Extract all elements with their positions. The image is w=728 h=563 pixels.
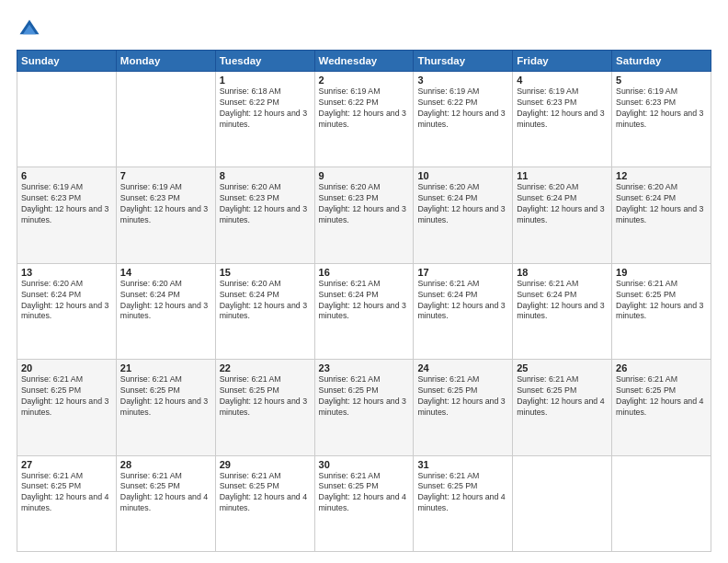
day-number: 9 [319,170,410,181]
calendar-header-row: SundayMondayTuesdayWednesdayThursdayFrid… [17,51,711,72]
calendar-cell: 11Sunrise: 6:20 AM Sunset: 6:24 PM Dayli… [513,167,612,263]
day-info: Sunrise: 6:19 AM Sunset: 6:22 PM Dayligh… [417,86,508,131]
day-number: 25 [517,362,608,373]
calendar-cell [116,72,215,167]
calendar-week-row: 13Sunrise: 6:20 AM Sunset: 6:24 PM Dayli… [17,263,711,359]
day-info: Sunrise: 6:20 AM Sunset: 6:23 PM Dayligh… [220,182,311,226]
day-info: Sunrise: 6:20 AM Sunset: 6:24 PM Dayligh… [616,182,707,226]
calendar-cell: 31Sunrise: 6:21 AM Sunset: 6:25 PM Dayli… [414,455,513,551]
calendar-cell [17,72,117,167]
day-number: 23 [319,362,410,373]
day-number: 6 [21,170,112,181]
calendar-cell: 26Sunrise: 6:21 AM Sunset: 6:25 PM Dayli… [612,360,711,455]
calendar-cell: 8Sunrise: 6:20 AM Sunset: 6:23 PM Daylig… [215,167,314,263]
day-info: Sunrise: 6:19 AM Sunset: 6:23 PM Dayligh… [120,182,211,226]
day-number: 26 [616,362,707,373]
header-tuesday: Tuesday [215,51,314,72]
day-number: 16 [319,267,410,278]
day-info: Sunrise: 6:18 AM Sunset: 6:22 PM Dayligh… [220,86,311,131]
header-monday: Monday [116,51,215,72]
day-info: Sunrise: 6:19 AM Sunset: 6:23 PM Dayligh… [616,86,707,131]
calendar-cell [513,455,612,551]
calendar-week-row: 6Sunrise: 6:19 AM Sunset: 6:23 PM Daylig… [17,167,711,263]
day-number: 29 [220,459,311,470]
calendar-cell: 15Sunrise: 6:20 AM Sunset: 6:24 PM Dayli… [215,263,314,359]
day-number: 5 [616,75,707,86]
day-info: Sunrise: 6:20 AM Sunset: 6:24 PM Dayligh… [220,279,311,323]
day-info: Sunrise: 6:21 AM Sunset: 6:25 PM Dayligh… [319,374,410,419]
day-info: Sunrise: 6:21 AM Sunset: 6:25 PM Dayligh… [21,374,112,419]
day-info: Sunrise: 6:21 AM Sunset: 6:25 PM Dayligh… [319,471,410,515]
calendar-cell: 13Sunrise: 6:20 AM Sunset: 6:24 PM Dayli… [17,263,117,359]
day-number: 14 [120,267,211,278]
day-number: 13 [21,267,112,278]
day-info: Sunrise: 6:21 AM Sunset: 6:25 PM Dayligh… [417,471,508,515]
calendar-cell: 29Sunrise: 6:21 AM Sunset: 6:25 PM Dayli… [215,455,314,551]
day-number: 21 [120,362,211,373]
day-info: Sunrise: 6:19 AM Sunset: 6:23 PM Dayligh… [517,86,608,131]
day-number: 18 [517,267,608,278]
day-number: 30 [319,459,410,470]
calendar-cell: 25Sunrise: 6:21 AM Sunset: 6:25 PM Dayli… [513,360,612,455]
logo-icon [17,17,42,42]
page: SundayMondayTuesdayWednesdayThursdayFrid… [0,0,728,563]
day-number: 15 [220,267,311,278]
day-number: 22 [220,362,311,373]
calendar-cell: 10Sunrise: 6:20 AM Sunset: 6:24 PM Dayli… [414,167,513,263]
calendar-cell: 17Sunrise: 6:21 AM Sunset: 6:24 PM Dayli… [414,263,513,359]
day-info: Sunrise: 6:21 AM Sunset: 6:25 PM Dayligh… [616,374,707,419]
calendar-cell: 6Sunrise: 6:19 AM Sunset: 6:23 PM Daylig… [17,167,117,263]
day-info: Sunrise: 6:20 AM Sunset: 6:24 PM Dayligh… [517,182,608,226]
day-number: 31 [417,459,508,470]
day-info: Sunrise: 6:21 AM Sunset: 6:25 PM Dayligh… [616,279,707,323]
day-info: Sunrise: 6:19 AM Sunset: 6:22 PM Dayligh… [319,86,410,131]
day-info: Sunrise: 6:21 AM Sunset: 6:24 PM Dayligh… [417,279,508,323]
day-number: 28 [120,459,211,470]
calendar-cell: 5Sunrise: 6:19 AM Sunset: 6:23 PM Daylig… [612,72,711,167]
header-friday: Friday [513,51,612,72]
calendar-cell: 14Sunrise: 6:20 AM Sunset: 6:24 PM Dayli… [116,263,215,359]
day-info: Sunrise: 6:20 AM Sunset: 6:24 PM Dayligh… [21,279,112,323]
calendar-cell: 9Sunrise: 6:20 AM Sunset: 6:23 PM Daylig… [314,167,414,263]
header [17,17,711,42]
day-number: 12 [616,170,707,181]
day-info: Sunrise: 6:21 AM Sunset: 6:24 PM Dayligh… [517,279,608,323]
calendar-table: SundayMondayTuesdayWednesdayThursdayFrid… [17,50,711,552]
day-info: Sunrise: 6:21 AM Sunset: 6:25 PM Dayligh… [21,471,112,515]
day-number: 2 [319,75,410,86]
calendar-week-row: 27Sunrise: 6:21 AM Sunset: 6:25 PM Dayli… [17,455,711,551]
calendar-cell: 21Sunrise: 6:21 AM Sunset: 6:25 PM Dayli… [116,360,215,455]
day-info: Sunrise: 6:20 AM Sunset: 6:23 PM Dayligh… [319,182,410,226]
day-info: Sunrise: 6:21 AM Sunset: 6:25 PM Dayligh… [220,374,311,419]
day-number: 24 [417,362,508,373]
day-info: Sunrise: 6:20 AM Sunset: 6:24 PM Dayligh… [417,182,508,226]
day-number: 7 [120,170,211,181]
calendar-cell [612,455,711,551]
calendar-cell: 27Sunrise: 6:21 AM Sunset: 6:25 PM Dayli… [17,455,117,551]
calendar-cell: 20Sunrise: 6:21 AM Sunset: 6:25 PM Dayli… [17,360,117,455]
calendar-cell: 24Sunrise: 6:21 AM Sunset: 6:25 PM Dayli… [414,360,513,455]
day-number: 11 [517,170,608,181]
calendar-cell: 18Sunrise: 6:21 AM Sunset: 6:24 PM Dayli… [513,263,612,359]
calendar-cell: 3Sunrise: 6:19 AM Sunset: 6:22 PM Daylig… [414,72,513,167]
day-info: Sunrise: 6:20 AM Sunset: 6:24 PM Dayligh… [120,279,211,323]
header-sunday: Sunday [17,51,117,72]
day-number: 19 [616,267,707,278]
logo [17,17,46,42]
calendar-cell: 12Sunrise: 6:20 AM Sunset: 6:24 PM Dayli… [612,167,711,263]
calendar-cell: 1Sunrise: 6:18 AM Sunset: 6:22 PM Daylig… [215,72,314,167]
calendar-cell: 4Sunrise: 6:19 AM Sunset: 6:23 PM Daylig… [513,72,612,167]
calendar-cell: 23Sunrise: 6:21 AM Sunset: 6:25 PM Dayli… [314,360,414,455]
day-number: 3 [417,75,508,86]
calendar-cell: 30Sunrise: 6:21 AM Sunset: 6:25 PM Dayli… [314,455,414,551]
day-info: Sunrise: 6:21 AM Sunset: 6:25 PM Dayligh… [517,374,608,419]
day-info: Sunrise: 6:21 AM Sunset: 6:24 PM Dayligh… [319,279,410,323]
calendar-cell: 16Sunrise: 6:21 AM Sunset: 6:24 PM Dayli… [314,263,414,359]
calendar-week-row: 20Sunrise: 6:21 AM Sunset: 6:25 PM Dayli… [17,360,711,455]
calendar-cell: 22Sunrise: 6:21 AM Sunset: 6:25 PM Dayli… [215,360,314,455]
day-info: Sunrise: 6:21 AM Sunset: 6:25 PM Dayligh… [120,374,211,419]
day-info: Sunrise: 6:19 AM Sunset: 6:23 PM Dayligh… [21,182,112,226]
header-thursday: Thursday [414,51,513,72]
day-number: 10 [417,170,508,181]
day-number: 20 [21,362,112,373]
